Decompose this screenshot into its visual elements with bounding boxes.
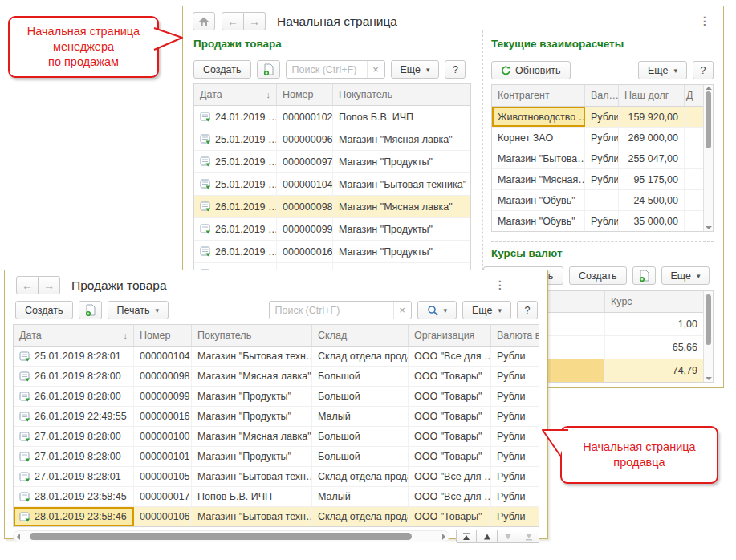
column-header-currency[interactable]: Вал… — [585, 85, 619, 106]
table-row[interactable]: 27.01.2019 8:28:00 000000101 Магазин "Пр… — [14, 447, 539, 467]
table-row[interactable]: Магазин "Бытова… Рубли 255 047,00 — [492, 148, 703, 169]
cell-currency: Рубли — [491, 487, 539, 506]
cell-date: 27.01.2019 8:28:00 — [14, 427, 134, 446]
more-button[interactable]: Еще▾ — [462, 301, 511, 319]
table-row[interactable]: Магазин "Обувь" Рубли 35 000,00 — [492, 211, 703, 231]
table-row[interactable]: Корнет ЗАО Рубли 269 000,00 — [492, 128, 703, 148]
table-row[interactable]: 25.01.2019 8:28:01 000000104 Магазин "Бы… — [14, 347, 539, 367]
column-header-buyer[interactable]: Покупатель — [192, 325, 312, 346]
column-header-buyer[interactable]: Покупатель — [333, 84, 470, 105]
window-menu-button[interactable]: ⋮ — [696, 13, 714, 29]
column-header-date[interactable]: Дата↓ — [194, 84, 277, 105]
table-row[interactable]: 25.01.2019 … 000000096 Магазин "Мясная л… — [194, 128, 470, 151]
cell-contractor: Магазин "Мясная… — [492, 169, 585, 189]
cell-buyer: Магазин "Бытовая техн… — [192, 467, 312, 486]
cell-currency: Рубли — [491, 387, 539, 406]
column-header-number[interactable]: Номер — [277, 84, 333, 105]
clear-search-button[interactable]: × — [393, 302, 411, 319]
scroll-down-icon[interactable] — [706, 226, 712, 229]
column-header-date[interactable]: Дата↓ — [14, 325, 134, 346]
help-button[interactable]: ? — [445, 60, 466, 79]
table-row-selected[interactable]: 26.01.2019 … 000000098 Магазин "Мясная л… — [194, 196, 470, 218]
scrollbar-thumb[interactable] — [30, 533, 412, 540]
create-by-copy-button[interactable] — [79, 301, 102, 319]
column-header-contractor[interactable]: Контрагент — [492, 85, 585, 106]
clear-search-button[interactable]: × — [367, 61, 384, 78]
table-row[interactable]: 26.01.2019 … 000000016 Магазин "Продукты… — [194, 241, 470, 263]
table-row[interactable]: Магазин "Мясная… Рубли 95 175,00 — [492, 169, 703, 190]
cell-org: ООО "Все для … — [409, 347, 491, 366]
search-options-button[interactable]: ▾ — [417, 301, 457, 319]
table-row[interactable]: 26.01.2019 8:28:00 000000099 Магазин "Пр… — [14, 387, 539, 407]
table-row[interactable]: 27.01.2019 8:28:01 000000105 Магазин "Бы… — [14, 467, 539, 487]
back-button[interactable]: ← — [16, 276, 39, 294]
vertical-scrollbar[interactable] — [703, 85, 713, 231]
forward-button[interactable]: → — [39, 276, 60, 294]
table-row[interactable]: 25.01.2019 … 000000097 Магазин "Продукты… — [194, 151, 470, 173]
sort-desc-icon: ↓ — [124, 331, 128, 340]
search-input[interactable] — [287, 61, 367, 78]
table-row[interactable]: 25.01.2019 … 000000104 Магазин "Бытовая … — [194, 173, 470, 196]
table-row[interactable]: 26.01.2019 22:49:55 000000016 Магазин "П… — [14, 407, 539, 427]
scroll-down-icon[interactable] — [706, 377, 712, 380]
table-row[interactable]: 24.01.2019 … 000000102 Попов Б.В. ИЧП — [194, 106, 470, 128]
cell-warehouse: Большой — [312, 427, 409, 446]
table-row[interactable]: 26.01.2019 8:28:00 000000098 Магазин "Мя… — [14, 367, 539, 387]
table-row-selected[interactable]: Животноводство … Рубли 159 920,00 — [492, 107, 703, 128]
table-row[interactable]: 27.01.2019 8:28:00 000000100 Магазин "Мя… — [14, 427, 539, 447]
vertical-scrollbar[interactable] — [703, 291, 713, 382]
column-header-number[interactable]: Номер — [134, 325, 192, 346]
help-button[interactable]: ? — [693, 61, 714, 79]
help-button[interactable]: ? — [517, 301, 538, 319]
forward-button[interactable]: → — [244, 12, 266, 30]
create-button[interactable]: Создать — [569, 266, 627, 285]
dropdown-icon: ▾ — [697, 272, 701, 280]
search-input[interactable] — [270, 302, 393, 319]
go-first-button[interactable] — [456, 530, 477, 543]
document-icon — [200, 179, 211, 189]
table-row[interactable]: 26.01.2019 … 000000099 Магазин "Продукты… — [194, 218, 470, 241]
forward-arrow-icon: → — [43, 280, 55, 291]
back-button[interactable]: ← — [222, 12, 244, 30]
table-row-selected[interactable]: 28.01.2019 23:58:46 000000106 Магазин "Б… — [14, 507, 539, 526]
more-button[interactable]: Еще▾ — [391, 60, 440, 79]
go-up-button[interactable] — [477, 530, 498, 543]
scrollbar-thumb[interactable] — [706, 294, 711, 345]
scroll-right-icon[interactable] — [442, 534, 445, 540]
search-box: × — [286, 60, 385, 79]
create-button[interactable]: Создать — [15, 301, 73, 319]
create-button[interactable]: Создать — [193, 60, 251, 79]
column-header-org[interactable]: Организация — [409, 325, 491, 346]
scroll-left-icon[interactable] — [17, 534, 20, 540]
cell-currency: Рубли — [585, 211, 619, 231]
window-menu-button[interactable]: ⋮ — [491, 277, 509, 293]
column-header-rate[interactable]: Курс — [605, 291, 703, 312]
create-by-copy-button[interactable] — [632, 266, 656, 285]
column-header-warehouse[interactable]: Склад — [312, 325, 409, 346]
cell-buyer: Магазин "Мясная лавка" — [333, 196, 470, 217]
cell-currency: Рубли — [491, 467, 539, 486]
horizontal-scrollbar[interactable] — [13, 530, 449, 542]
document-icon — [200, 201, 211, 212]
more-button[interactable]: Еще▾ — [638, 61, 687, 79]
refresh-button[interactable]: Обновить — [491, 61, 571, 79]
cell-debt: 269 000,00 — [619, 128, 685, 148]
table-header: Дата↓ Номер Покупатель Склад Организация… — [14, 325, 539, 347]
cell-rate: 1,00 — [605, 313, 703, 335]
create-by-copy-button[interactable] — [257, 60, 280, 79]
table-row[interactable]: 28.01.2019 23:58:45 000000017 Попов Б.В.… — [14, 487, 539, 507]
document-icon — [19, 472, 30, 482]
home-button[interactable] — [193, 12, 215, 30]
scrollbar-thumb[interactable] — [706, 91, 711, 148]
go-down-button[interactable] — [498, 530, 518, 543]
column-header-cut[interactable]: Д — [685, 85, 703, 106]
print-button[interactable]: Печать▾ — [108, 301, 169, 319]
home-window-header: ← → Начальная страница ⋮ — [183, 6, 723, 30]
column-header-currency[interactable]: Валюта в — [491, 325, 539, 346]
go-last-button[interactable] — [518, 530, 539, 543]
cell-number: 000000106 — [134, 507, 192, 526]
cell-warehouse: Склад отдела продаж — [312, 467, 409, 486]
column-header-debt[interactable]: Наш долг — [619, 85, 685, 106]
more-button[interactable]: Еще▾ — [661, 266, 710, 285]
table-row[interactable]: Магазин "Обувь" 24 500,00 — [492, 190, 703, 211]
